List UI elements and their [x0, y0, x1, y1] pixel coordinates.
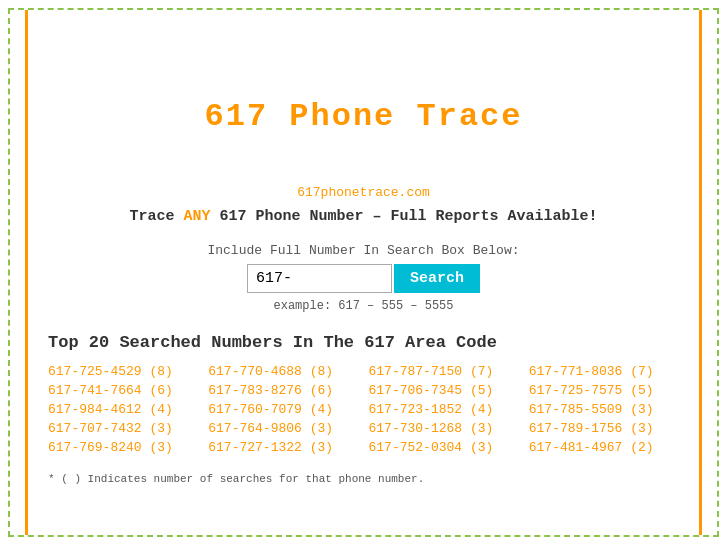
search-label: Include Full Number In Search Box Below: — [207, 243, 519, 258]
phone-number-link[interactable]: 617-707-7432 (3) — [48, 421, 198, 436]
search-example: example: 617 – 555 – 5555 — [273, 299, 453, 313]
phone-number-link[interactable]: 617-727-1322 (3) — [208, 440, 358, 455]
search-row: Search — [247, 264, 480, 293]
phone-number-link[interactable]: 617-725-4529 (8) — [48, 364, 198, 379]
phone-number-link[interactable]: 617-706-7345 (5) — [369, 383, 519, 398]
phone-number-link[interactable]: 617-789-1756 (3) — [529, 421, 679, 436]
search-button[interactable]: Search — [394, 264, 480, 293]
footnote: * ( ) Indicates number of searches for t… — [48, 473, 679, 485]
search-input[interactable] — [247, 264, 392, 293]
site-url: 617phonetrace.com — [297, 185, 430, 200]
phone-number-link[interactable]: 617-984-4612 (4) — [48, 402, 198, 417]
phone-number-link[interactable]: 617-770-4688 (8) — [208, 364, 358, 379]
phone-number-link[interactable]: 617-764-9806 (3) — [208, 421, 358, 436]
phone-number-link[interactable]: 617-783-8276 (6) — [208, 383, 358, 398]
left-bar — [10, 10, 28, 535]
tagline-start: Trace — [129, 208, 183, 225]
phone-number-link[interactable]: 617-771-8036 (7) — [529, 364, 679, 379]
phone-number-link[interactable]: 617-752-0304 (3) — [369, 440, 519, 455]
tagline-end: 617 Phone Number – Full Reports Availabl… — [210, 208, 597, 225]
phone-number-link[interactable]: 617-730-1268 (3) — [369, 421, 519, 436]
phone-number-link[interactable]: 617-769-8240 (3) — [48, 440, 198, 455]
phone-number-link[interactable]: 617-741-7664 (6) — [48, 383, 198, 398]
phone-number-link[interactable]: 617-725-7575 (5) — [529, 383, 679, 398]
page-title: 617 Phone Trace — [204, 98, 522, 135]
phone-number-link[interactable]: 617-787-7150 (7) — [369, 364, 519, 379]
numbers-grid: 617-725-4529 (8)617-770-4688 (8)617-787-… — [48, 364, 679, 455]
outer-border: 617 Phone Trace 617phonetrace.com Trace … — [8, 8, 719, 537]
tagline-any: ANY — [183, 208, 210, 225]
right-bar — [699, 10, 717, 535]
phone-number-link[interactable]: 617-785-5509 (3) — [529, 402, 679, 417]
phone-number-link[interactable]: 617-723-1852 (4) — [369, 402, 519, 417]
main-content: 617 Phone Trace 617phonetrace.com Trace … — [28, 10, 699, 535]
top-searched-title: Top 20 Searched Numbers In The 617 Area … — [48, 333, 679, 352]
phone-number-link[interactable]: 617-760-7079 (4) — [208, 402, 358, 417]
phone-number-link[interactable]: 617-481-4967 (2) — [529, 440, 679, 455]
tagline: Trace ANY 617 Phone Number – Full Report… — [129, 208, 597, 225]
